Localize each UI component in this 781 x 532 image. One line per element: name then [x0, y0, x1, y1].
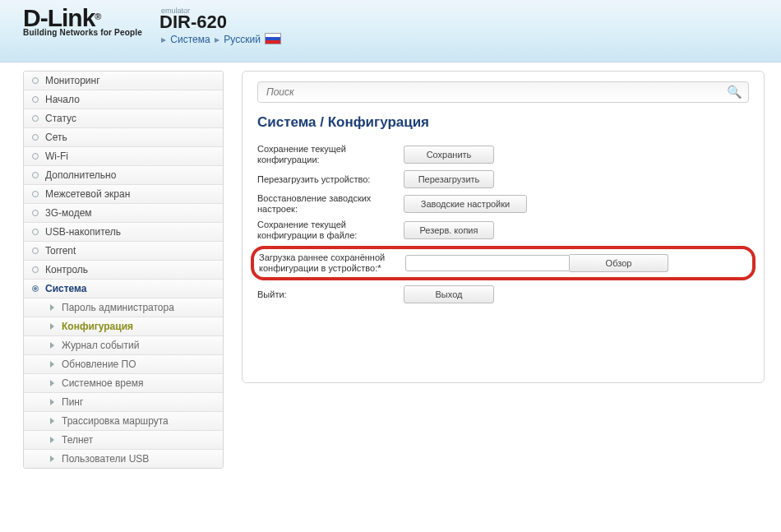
sidebar-item-label: Пароль администратора: [62, 302, 174, 313]
label-reboot: Перезагрузить устройство:: [257, 174, 404, 185]
bullet-icon: [32, 153, 39, 160]
sidebar-item-usb[interactable]: USB-накопитель: [24, 223, 223, 242]
sidebar-item-status[interactable]: Статус: [24, 109, 223, 128]
model-block: emulator DIR-620 ▸ Система ▸ Русский: [159, 7, 281, 45]
sidebar-menu: Мониторинг Начало Статус Сеть Wi-Fi Допо…: [23, 71, 224, 469]
bullet-icon: [32, 247, 39, 254]
row-backup: Сохранение текущей конфигурации в файле:…: [257, 220, 749, 241]
sidebar-item-start[interactable]: Начало: [24, 90, 223, 109]
sidebar-sub-system-time[interactable]: Системное время: [24, 374, 223, 393]
save-button[interactable]: Сохранить: [404, 146, 494, 164]
row-upload-config-highlight: Загрузка раннее сохранённой конфигурации…: [251, 246, 756, 280]
bullet-icon: [32, 115, 39, 122]
sidebar-item-label: Пинг: [62, 396, 83, 408]
row-exit: Выйти: Выход: [257, 285, 749, 303]
label-exit: Выйти:: [257, 289, 404, 300]
sidebar-item-label: Wi-Fi: [45, 150, 68, 162]
sidebar: Мониторинг Начало Статус Сеть Wi-Fi Допо…: [23, 71, 224, 469]
exit-button[interactable]: Выход: [404, 285, 494, 303]
sidebar-item-label: Мониторинг: [45, 75, 100, 86]
sidebar-item-label: Системное время: [62, 377, 143, 389]
bullet-icon: [32, 210, 39, 216]
bullet-icon: [32, 229, 39, 235]
row-save-config: Сохранение текущей конфигурации: Сохрани…: [257, 144, 749, 165]
sidebar-item-label: Трассировка маршрута: [62, 415, 169, 427]
row-reboot: Перезагрузить устройство: Перезагрузить: [257, 170, 749, 188]
sidebar-sub-event-log[interactable]: Журнал событий: [24, 336, 223, 355]
sidebar-item-3g[interactable]: 3G-модем: [24, 204, 223, 223]
reboot-button[interactable]: Перезагрузить: [404, 170, 494, 188]
sidebar-item-label: Пользователи USB: [62, 453, 149, 465]
chevron-right-icon: [50, 418, 54, 424]
label-upload: Загрузка раннее сохранённой конфигурации…: [259, 252, 405, 274]
search-input[interactable]: [257, 81, 749, 103]
breadcrumb: ▸ Система ▸ Русский: [159, 33, 281, 45]
sidebar-item-control[interactable]: Контроль: [24, 261, 223, 280]
chevron-right-icon: [50, 304, 54, 311]
chevron-right-icon: [50, 323, 54, 330]
chevron-right-icon: ▸: [161, 34, 166, 45]
chevron-right-icon: ▸: [215, 34, 220, 45]
bullet-icon: [32, 77, 39, 84]
sidebar-sub-admin-password[interactable]: Пароль администратора: [24, 298, 223, 317]
bullet-icon: [32, 266, 39, 273]
sidebar-item-firewall[interactable]: Межсетевой экран: [24, 185, 223, 204]
sidebar-item-label: Система: [45, 283, 87, 294]
sidebar-item-label: Сеть: [45, 132, 67, 143]
sidebar-item-label: USB-накопитель: [45, 226, 121, 238]
chevron-right-icon: [50, 342, 54, 349]
sidebar-sub-ping[interactable]: Пинг: [24, 393, 223, 412]
upload-file-path-input[interactable]: [405, 255, 570, 271]
main-content: 🔍 Система / Конфигурация Сохранение теку…: [242, 71, 765, 469]
chevron-right-icon: [50, 361, 54, 368]
model-name: DIR-620: [159, 13, 281, 31]
chevron-right-icon: [50, 437, 54, 443]
sidebar-sub-configuration[interactable]: Конфигурация: [24, 317, 223, 336]
chevron-right-icon: [50, 399, 54, 405]
sidebar-item-label: Контроль: [45, 264, 88, 275]
sidebar-item-label: Дополнительно: [45, 169, 116, 181]
sidebar-sub-firmware[interactable]: Обновление ПО: [24, 355, 223, 374]
breadcrumb-system[interactable]: Система: [170, 34, 210, 45]
bullet-icon: [32, 96, 39, 103]
sidebar-item-label: Журнал событий: [62, 340, 139, 351]
brand-logo: D-Link®: [23, 7, 155, 30]
bullet-icon: [32, 191, 39, 197]
sidebar-item-label: 3G-модем: [45, 207, 92, 219]
sidebar-item-label: Конфигурация: [62, 321, 133, 332]
row-upload-config: Загрузка раннее сохранённой конфигурации…: [259, 252, 747, 274]
flag-ru-icon: [265, 33, 281, 44]
page-title: Система / Конфигурация: [257, 114, 749, 131]
sidebar-item-advanced[interactable]: Дополнительно: [24, 166, 223, 185]
sidebar-item-system[interactable]: Система: [24, 280, 223, 298]
content-panel: 🔍 Система / Конфигурация Сохранение теку…: [242, 71, 765, 383]
sidebar-item-label: Обновление ПО: [62, 359, 136, 370]
header: D-Link® Building Networks for People emu…: [0, 0, 781, 62]
sidebar-item-network[interactable]: Сеть: [24, 128, 223, 147]
sidebar-sub-usb-users[interactable]: Пользователи USB: [24, 450, 223, 468]
chevron-right-icon: [50, 456, 54, 462]
label-factory: Восстановление заводских настроек:: [257, 193, 404, 215]
breadcrumb-language[interactable]: Русский: [224, 34, 261, 45]
backup-button[interactable]: Резерв. копия: [404, 221, 494, 239]
factory-reset-button[interactable]: Заводские настройки: [404, 195, 527, 213]
bullet-icon: [32, 172, 39, 178]
logo-block: D-Link® Building Networks for People: [23, 7, 155, 37]
sidebar-item-torrent[interactable]: Torrent: [24, 242, 223, 261]
search-icon: 🔍: [727, 85, 742, 99]
sidebar-item-monitoring[interactable]: Мониторинг: [24, 72, 223, 90]
sidebar-item-label: Начало: [45, 94, 80, 105]
sidebar-item-label: Межсетевой экран: [45, 188, 130, 200]
search-wrap: 🔍: [257, 81, 749, 103]
sidebar-sub-traceroute[interactable]: Трассировка маршрута: [24, 412, 223, 431]
sidebar-item-label: Torrent: [45, 245, 76, 257]
sidebar-sub-telnet[interactable]: Телнет: [24, 431, 223, 450]
sidebar-item-label: Телнет: [62, 434, 93, 446]
browse-button[interactable]: Обзор: [570, 254, 668, 272]
bullet-icon: [32, 285, 39, 292]
label-backup: Сохранение текущей конфигурации в файле:: [257, 220, 404, 241]
row-factory-reset: Восстановление заводских настроек: Завод…: [257, 193, 749, 215]
sidebar-item-wifi[interactable]: Wi-Fi: [24, 147, 223, 166]
label-save-config: Сохранение текущей конфигурации:: [257, 144, 404, 165]
chevron-right-icon: [50, 380, 54, 386]
